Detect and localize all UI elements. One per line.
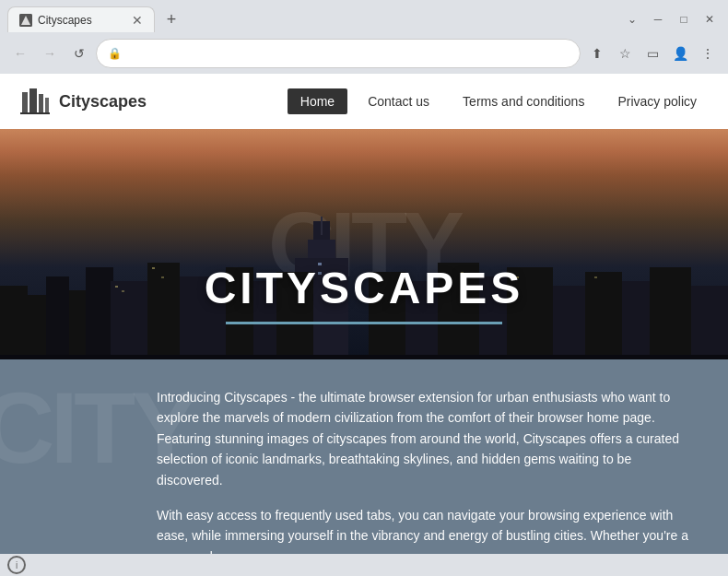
hero-underline xyxy=(226,322,502,324)
window-controls: ⌄ ─ □ ✕ xyxy=(621,8,721,30)
active-tab[interactable]: Cityscapes ✕ xyxy=(7,6,155,32)
bottom-bar: i xyxy=(0,554,728,576)
svg-rect-9 xyxy=(28,295,46,359)
tab-close-button[interactable]: ✕ xyxy=(132,14,143,27)
refresh-button[interactable]: ↺ xyxy=(66,41,92,66)
content-paragraph-1: Introducing Cityscapes - the ultimate br… xyxy=(157,387,691,490)
svg-rect-30 xyxy=(622,281,650,359)
nav-terms[interactable]: Terms and conditions xyxy=(450,88,597,114)
share-icon[interactable]: ⬆ xyxy=(584,41,610,66)
svg-rect-33 xyxy=(115,286,118,288)
nav-home[interactable]: Home xyxy=(288,88,347,114)
chevron-down-icon[interactable]: ⌄ xyxy=(621,8,643,30)
svg-rect-11 xyxy=(69,290,86,359)
profile-icon[interactable]: 👤 xyxy=(667,41,693,66)
tab-title: Cityscapes xyxy=(38,14,126,27)
svg-rect-29 xyxy=(585,272,622,359)
svg-rect-12 xyxy=(86,267,113,359)
site-header: Cityscapes Home Contact us Terms and con… xyxy=(0,74,728,129)
svg-rect-4 xyxy=(29,88,37,112)
title-bar: Cityscapes ✕ + ⌄ ─ □ ✕ xyxy=(0,0,728,33)
svg-rect-17 xyxy=(111,281,147,359)
svg-rect-32 xyxy=(691,286,728,359)
svg-rect-10 xyxy=(46,276,69,359)
svg-rect-8 xyxy=(0,286,28,359)
forward-button[interactable]: → xyxy=(37,41,63,66)
svg-rect-6 xyxy=(45,98,49,112)
menu-icon[interactable]: ⋮ xyxy=(695,41,721,66)
site-logo-icon xyxy=(18,85,52,118)
svg-rect-41 xyxy=(594,276,597,278)
tabs-area: Cityscapes ✕ + xyxy=(7,6,184,32)
svg-rect-36 xyxy=(161,276,164,278)
content-text: Introducing Cityscapes - the ultimate br… xyxy=(157,387,691,567)
svg-rect-34 xyxy=(122,290,124,292)
nav-contact[interactable]: Contact us xyxy=(355,88,442,114)
svg-rect-7 xyxy=(20,112,50,114)
back-button[interactable]: ← xyxy=(7,41,33,66)
lock-icon: 🔒 xyxy=(108,47,122,60)
svg-rect-3 xyxy=(22,92,28,112)
svg-rect-28 xyxy=(553,286,585,359)
close-button[interactable]: ✕ xyxy=(699,8,721,30)
hero-section: CITY xyxy=(0,129,728,359)
hero-title: CITYSCAPES xyxy=(205,263,524,313)
svg-rect-5 xyxy=(39,94,43,112)
site-logo: Cityscapes xyxy=(18,85,288,118)
site-nav: Home Contact us Terms and conditions Pri… xyxy=(288,88,710,114)
minimize-button[interactable]: ─ xyxy=(647,8,669,30)
new-tab-button[interactable]: + xyxy=(159,6,184,32)
navigation-bar: ← → ↺ 🔒 ⬆ ☆ ▭ 👤 ⋮ xyxy=(0,33,728,74)
browser-window: Cityscapes ✕ + ⌄ ─ □ ✕ ← → ↺ 🔒 ⬆ ☆ ▭ 👤 ⋮ xyxy=(0,0,728,576)
nav-privacy[interactable]: Privacy policy xyxy=(605,88,710,114)
website-content: Cityscapes Home Contact us Terms and con… xyxy=(0,74,728,576)
nav-actions: ⬆ ☆ ▭ 👤 ⋮ xyxy=(584,41,721,66)
tab-favicon xyxy=(19,14,32,27)
svg-rect-16 xyxy=(321,217,323,235)
content-section: CITY Introducing Cityscapes - the ultima… xyxy=(0,359,728,576)
sidebar-icon[interactable]: ▭ xyxy=(640,41,665,66)
address-bar[interactable]: 🔒 xyxy=(96,39,581,68)
info-icon[interactable]: i xyxy=(7,556,26,574)
site-logo-text: Cityscapes xyxy=(59,92,147,112)
svg-rect-35 xyxy=(152,267,155,269)
bookmark-icon[interactable]: ☆ xyxy=(612,41,638,66)
maximize-button[interactable]: □ xyxy=(673,8,695,30)
svg-rect-31 xyxy=(650,267,691,359)
